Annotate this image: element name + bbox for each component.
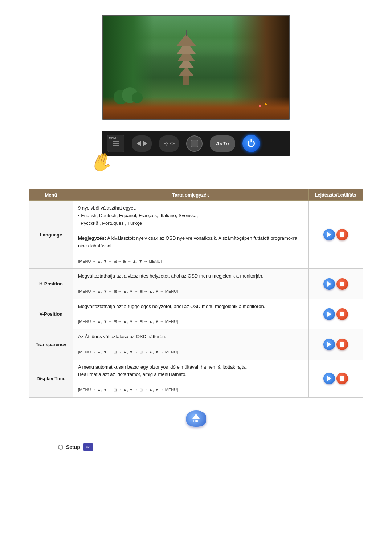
- play-stop-displaytime: [309, 360, 363, 397]
- setup-text: Setup: [66, 444, 80, 450]
- content-displaytime: A menu automatikusan bezar egy bizonyos …: [73, 360, 309, 397]
- table-row: H-Position Megváltoztathatja azt a vizsz…: [29, 269, 363, 299]
- table-row: Transparency Az Áttlünés változtatása az…: [29, 329, 363, 360]
- arrow-left-icon: [137, 141, 141, 146]
- col-content-header: Tartalomjegyzék: [73, 189, 309, 201]
- play-stop-transparency: [309, 329, 363, 360]
- menu-label-transparency: Transparency: [29, 329, 73, 360]
- svg-rect-12: [113, 145, 119, 146]
- menu-label-hposition: H-Position: [29, 269, 73, 299]
- control-panel: MENU ⊹: [102, 131, 290, 156]
- play-stop-hposition: [309, 269, 363, 299]
- content-transparency: Az Áttlünés változtatása az OSD hátterén…: [73, 329, 309, 360]
- svg-rect-10: [113, 141, 119, 142]
- brightness-button[interactable]: ⊹: [159, 135, 179, 152]
- brightness-icon: ⊹: [164, 140, 168, 147]
- content-hposition: Megváltoztathatja azt a vizszintes helyz…: [73, 269, 309, 299]
- play-button[interactable]: [323, 373, 335, 384]
- auto-button[interactable]: AuTo: [210, 135, 235, 152]
- svg-point-9: [132, 92, 143, 103]
- menu-label-displaytime: Display Time: [29, 360, 73, 397]
- menu-button[interactable]: MENU: [107, 135, 124, 152]
- content-vposition: Megváltoztathatja azt a függőleges helyz…: [73, 299, 309, 329]
- svg-marker-5: [176, 34, 196, 46]
- up-label: UP: [193, 420, 199, 423]
- svg-point-13: [171, 142, 173, 145]
- brightness-down-icon: [170, 141, 175, 146]
- up-arrow-icon: [192, 414, 200, 419]
- setup-icon-box: 37i: [83, 443, 93, 451]
- stop-button[interactable]: [336, 308, 348, 320]
- table-row: Display Time A menu automatikusan bezar …: [29, 360, 363, 397]
- play-stop-language: [309, 201, 363, 269]
- up-button[interactable]: UP: [186, 410, 206, 427]
- stop-button[interactable]: [336, 278, 348, 290]
- play-button[interactable]: [323, 229, 335, 240]
- col-menu-header: Menü: [29, 189, 73, 201]
- content-language: 9 nyelvből választhat egyet. • English, …: [73, 201, 309, 269]
- arrow-buttons[interactable]: [132, 135, 152, 152]
- col-play-header: Lejátszás/Leállítás: [309, 189, 363, 201]
- svg-rect-11: [113, 143, 119, 144]
- play-button[interactable]: [323, 308, 335, 320]
- auto-label: AuTo: [216, 141, 229, 146]
- menu-label-vposition: V-Position: [29, 299, 73, 329]
- play-button[interactable]: [323, 278, 335, 290]
- power-icon: [248, 140, 255, 147]
- stop-button[interactable]: [336, 229, 348, 240]
- play-button[interactable]: [323, 339, 335, 350]
- arrow-right-icon: [143, 141, 147, 146]
- section-divider: [29, 436, 363, 436]
- power-button[interactable]: [242, 135, 260, 152]
- content-table: Menü Tartalomjegyzék Lejátszás/Leállítás…: [29, 189, 363, 398]
- play-stop-vposition: [309, 299, 363, 329]
- stop-button[interactable]: [336, 373, 348, 384]
- setup-circle-icon: [58, 445, 63, 450]
- table-row: Language 9 nyelvből választhat egyet. • …: [29, 201, 363, 269]
- stop-button[interactable]: [336, 339, 348, 350]
- setup-icon-label: 37i: [86, 445, 91, 449]
- menu-label-language: Language: [29, 201, 73, 269]
- input-icon: [191, 140, 198, 147]
- input-button[interactable]: [186, 135, 203, 152]
- table-row: V-Position Megváltoztathatja azt a függő…: [29, 299, 363, 329]
- monitor-display: [102, 15, 290, 120]
- setup-footer: Setup 37i: [29, 440, 363, 451]
